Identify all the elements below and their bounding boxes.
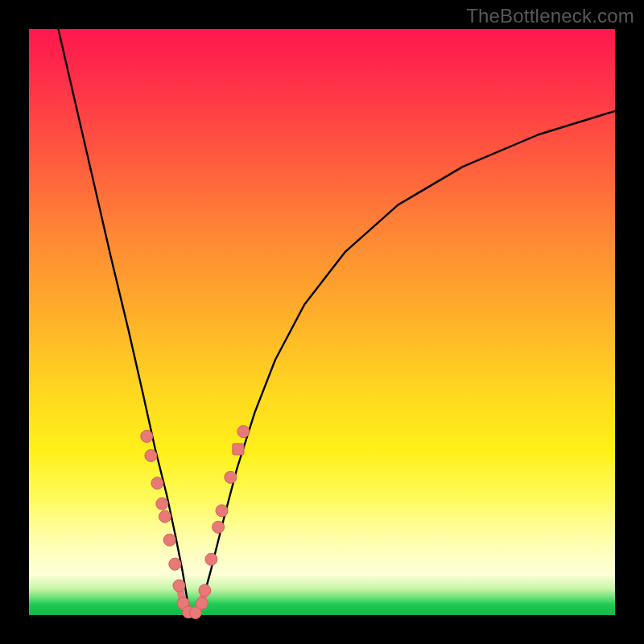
chart-svg: [29, 29, 615, 615]
chart-frame: TheBottleneck.com: [0, 0, 644, 644]
marker-dot: [141, 431, 153, 443]
plot-area: [29, 29, 615, 615]
marker-dot: [213, 521, 225, 533]
marker-dot: [237, 426, 250, 438]
marker-dot: [205, 553, 217, 565]
marker-dot: [156, 497, 168, 510]
markers-group: [141, 426, 250, 619]
marker-dot: [159, 510, 171, 522]
marker-square: [233, 444, 244, 455]
marker-dot: [151, 477, 163, 489]
marker-dot: [225, 471, 237, 483]
watermark-text: TheBottleneck.com: [466, 5, 634, 27]
marker-dot: [199, 584, 211, 597]
marker-dot: [145, 450, 157, 462]
marker-dot: [216, 505, 228, 517]
marker-dot: [169, 558, 181, 570]
marker-dot: [163, 534, 175, 546]
marker-dot: [173, 580, 185, 592]
marker-dot: [196, 597, 208, 609]
bottleneck-curve: [58, 29, 615, 615]
